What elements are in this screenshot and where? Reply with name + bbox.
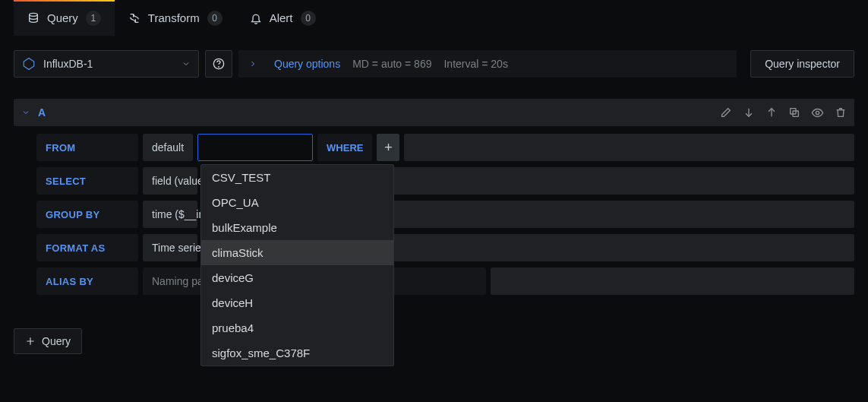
query-row-actions xyxy=(720,106,847,119)
influxdb-icon xyxy=(22,57,36,71)
dropdown-item[interactable]: deviceH xyxy=(201,290,393,315)
datasource-name: InfluxDB-1 xyxy=(43,58,93,70)
alias-clause-fill xyxy=(491,267,854,295)
query-toolbar: InfluxDB-1 Query options MD = auto = 869… xyxy=(0,36,868,84)
move-up-icon[interactable] xyxy=(765,106,778,119)
query-panel: A FROM default WHERE + SELECT field (val… xyxy=(14,99,854,295)
groupby-keyword: GROUP BY xyxy=(36,201,138,228)
query-ref-id: A xyxy=(38,106,46,119)
add-query-button[interactable]: Query xyxy=(14,328,82,354)
alias-keyword: ALIAS BY xyxy=(36,267,138,295)
svg-point-0 xyxy=(30,13,38,16)
chevron-down-icon xyxy=(181,59,191,68)
format-keyword: FORMAT AS xyxy=(36,234,138,261)
database-icon xyxy=(27,12,39,24)
select-field-segment[interactable]: field (value) xyxy=(143,167,197,195)
dropdown-item[interactable]: deviceG xyxy=(201,265,393,290)
query-options-md: MD = auto = 869 xyxy=(352,58,431,70)
tab-alert-label: Alert xyxy=(270,11,293,24)
query-options-bar[interactable]: Query options MD = auto = 869 Interval =… xyxy=(238,50,737,78)
svg-point-6 xyxy=(816,111,819,114)
transform-icon xyxy=(128,12,140,24)
query-inspector-label: Query inspector xyxy=(765,58,840,70)
dropdown-item[interactable]: OPC_UA xyxy=(201,190,393,215)
help-icon xyxy=(213,58,225,70)
tab-transform-badge: 0 xyxy=(207,11,223,26)
from-measurement-input-seg[interactable] xyxy=(197,134,313,161)
from-clause: FROM default WHERE + xyxy=(36,134,854,161)
panel-tabs: Query 1 Transform 0 Alert 0 xyxy=(0,0,868,36)
format-value-segment[interactable]: Time series xyxy=(143,234,197,261)
trash-icon[interactable] xyxy=(835,106,847,119)
alias-clause: ALIAS BY xyxy=(36,267,854,295)
edit-icon[interactable] xyxy=(720,106,732,119)
from-policy-segment[interactable]: default xyxy=(143,134,193,161)
from-clause-fill xyxy=(404,134,854,161)
dropdown-item[interactable]: prueba4 xyxy=(201,315,393,340)
svg-marker-1 xyxy=(24,59,34,70)
svg-point-3 xyxy=(219,67,219,68)
bell-icon xyxy=(250,12,262,24)
groupby-time-segment[interactable]: time ($__interval) xyxy=(143,201,197,228)
chevron-down-icon xyxy=(21,108,30,117)
chevron-right-icon xyxy=(248,59,257,68)
eye-icon[interactable] xyxy=(811,106,824,119)
where-add-button[interactable]: + xyxy=(377,134,399,161)
query-options-label: Query options xyxy=(274,58,340,70)
where-keyword: WHERE xyxy=(317,134,372,161)
copy-icon[interactable] xyxy=(788,106,800,119)
dropdown-item[interactable]: sigfox_sme_C378F xyxy=(201,340,393,366)
query-row-header[interactable]: A xyxy=(14,99,854,126)
datasource-picker[interactable]: InfluxDB-1 xyxy=(14,50,199,78)
datasource-help-button[interactable] xyxy=(205,50,232,78)
tab-query[interactable]: Query 1 xyxy=(14,0,115,36)
measurement-dropdown[interactable]: CSV_TESTOPC_UAbulkExampleclimaStickdevic… xyxy=(200,164,394,366)
tab-transform[interactable]: Transform 0 xyxy=(115,0,236,36)
select-clause: SELECT field (value) xyxy=(36,167,854,195)
groupby-clause: GROUP BY time ($__interval) xyxy=(36,201,854,228)
tab-transform-label: Transform xyxy=(148,11,200,24)
tab-query-badge: 1 xyxy=(86,11,101,26)
add-query-label: Query xyxy=(42,335,71,347)
dropdown-item[interactable]: climaStick xyxy=(201,240,393,265)
format-clause: FORMAT AS Time series xyxy=(36,234,854,261)
dropdown-item[interactable]: bulkExample xyxy=(201,215,393,240)
query-options-interval: Interval = 20s xyxy=(443,58,507,70)
tab-alert[interactable]: Alert 0 xyxy=(236,0,330,36)
tab-query-label: Query xyxy=(47,11,78,24)
select-keyword: SELECT xyxy=(36,167,138,195)
query-inspector-button[interactable]: Query inspector xyxy=(750,50,854,78)
plus-icon xyxy=(25,336,36,347)
from-measurement-input[interactable] xyxy=(204,135,306,160)
move-down-icon[interactable] xyxy=(743,106,755,119)
dropdown-item[interactable]: CSV_TEST xyxy=(201,165,393,190)
tab-alert-badge: 0 xyxy=(301,11,316,26)
from-keyword: FROM xyxy=(36,134,138,161)
